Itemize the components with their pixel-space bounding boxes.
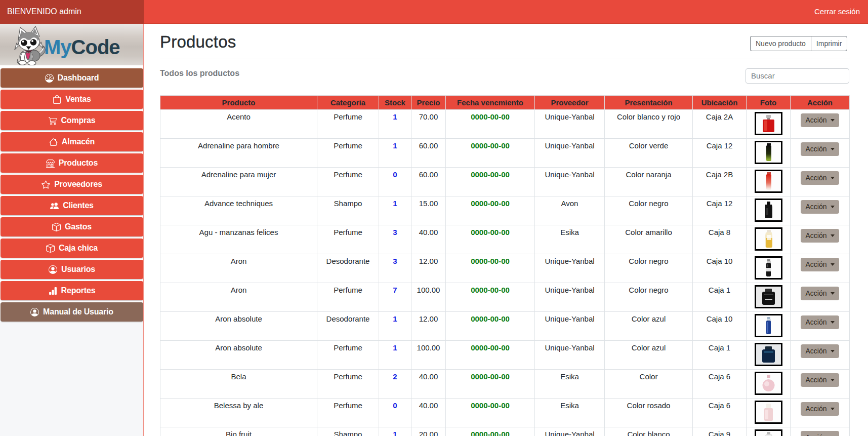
svg-text:MyCode: MyCode (44, 36, 120, 58)
